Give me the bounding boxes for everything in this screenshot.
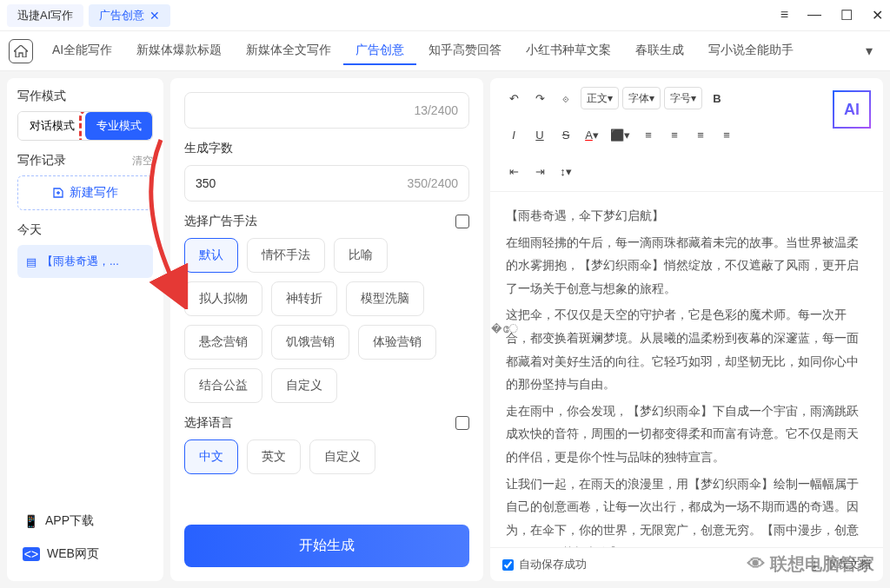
indent-right-icon[interactable]: ⇥ bbox=[528, 160, 551, 182]
menu-icon[interactable]: ≡ bbox=[780, 7, 788, 23]
language-tags: 中文英文自定义 bbox=[184, 439, 469, 474]
nav-item[interactable]: 春联生成 bbox=[623, 37, 696, 65]
language-tag[interactable]: 自定义 bbox=[309, 439, 375, 474]
technique-tag[interactable]: 拟人拟物 bbox=[184, 281, 262, 316]
window-controls: ≡ — ☐ ✕ bbox=[780, 7, 883, 23]
web-link[interactable]: <> WEB网页 bbox=[17, 538, 153, 571]
align-right-icon[interactable]: ≡ bbox=[689, 123, 712, 146]
word-count-value: 350 bbox=[196, 176, 216, 190]
char-count: 13/2400 bbox=[414, 103, 458, 117]
nav-item[interactable]: 广告创意 bbox=[343, 37, 416, 65]
align-left-icon[interactable]: ≡ bbox=[637, 123, 660, 146]
nav-dropdown-icon[interactable]: ▾ bbox=[866, 43, 873, 59]
strike-icon[interactable]: S bbox=[555, 123, 577, 146]
font-color-icon[interactable]: A▾ bbox=[581, 123, 603, 146]
new-write-label: 新建写作 bbox=[70, 185, 118, 201]
history-item[interactable]: ▤ 【雨巷奇遇，... bbox=[17, 245, 153, 278]
align-center-icon[interactable]: ≡ bbox=[663, 123, 686, 146]
technique-tag[interactable]: 悬念营销 bbox=[184, 325, 262, 360]
highlight-icon[interactable]: ⬛▾ bbox=[607, 123, 634, 146]
topic-input[interactable]: 13/2400 bbox=[184, 92, 469, 129]
output-footer: 自动保存成功 ⭳ 下载文档 bbox=[490, 547, 883, 581]
generate-button[interactable]: 开始生成 bbox=[184, 525, 469, 567]
download-button[interactable]: ⭳ 下载文档 bbox=[809, 557, 871, 572]
ai-badge[interactable]: AI bbox=[833, 90, 871, 129]
italic-icon[interactable]: I bbox=[502, 123, 525, 146]
technique-tag[interactable]: 神转折 bbox=[271, 281, 337, 316]
nav-item[interactable]: 新媒体全文写作 bbox=[234, 37, 343, 65]
indent-left-icon[interactable]: ⇤ bbox=[502, 160, 525, 182]
active-tab[interactable]: 广告创意 ✕ bbox=[89, 4, 170, 27]
nav-item[interactable]: 写小说全能助手 bbox=[696, 37, 806, 65]
close-icon[interactable]: ✕ bbox=[872, 7, 883, 23]
download-label: 下载文档 bbox=[826, 557, 871, 572]
redo-icon[interactable]: ↷ bbox=[528, 87, 551, 109]
autosave-label: 自动保存成功 bbox=[519, 557, 587, 572]
font-dropdown[interactable]: 字体 ▾ bbox=[622, 87, 661, 109]
language-tag[interactable]: 中文 bbox=[184, 439, 238, 474]
phone-icon: 📱 bbox=[23, 513, 38, 529]
align-justify-icon[interactable]: ≡ bbox=[715, 123, 738, 146]
autosave-checkbox[interactable]: 自动保存成功 bbox=[502, 557, 587, 572]
content-area[interactable]: 【雨巷奇遇，伞下梦幻启航】在细雨轻拂的午后，每一滴雨珠都藏着未完的故事。当世界被… bbox=[490, 192, 883, 547]
mode-chat-button[interactable]: 对话模式 bbox=[18, 112, 85, 140]
web-label: WEB网页 bbox=[47, 546, 99, 562]
mode-pro-button[interactable]: 专业模式 bbox=[85, 112, 152, 140]
size-dropdown[interactable]: 字号 ▾ bbox=[664, 87, 702, 109]
bold-icon[interactable]: B bbox=[706, 87, 728, 109]
language-label-text: 选择语言 bbox=[184, 415, 233, 431]
technique-tag[interactable]: 情怀手法 bbox=[247, 238, 325, 273]
nav-item[interactable]: 新媒体爆款标题 bbox=[124, 37, 234, 65]
technique-tag[interactable]: 自定义 bbox=[271, 368, 337, 403]
format-paint-icon[interactable]: ⟐ bbox=[555, 87, 577, 109]
record-label: 写作记录 清空 bbox=[17, 153, 153, 168]
minimize-icon[interactable]: — bbox=[807, 7, 821, 23]
new-write-button[interactable]: 新建写作 bbox=[17, 175, 153, 210]
technique-tag[interactable]: 比喻 bbox=[334, 238, 388, 273]
word-count-max: 350/2400 bbox=[408, 176, 458, 190]
sidebar: 写作模式 对话模式 专业模式 写作记录 清空 新建写作 今天 ▤ 【雨巷奇遇，.… bbox=[7, 78, 163, 581]
technique-label-text: 选择广告手法 bbox=[184, 214, 257, 229]
record-label-text: 写作记录 bbox=[17, 153, 66, 168]
web-icon: <> bbox=[23, 547, 40, 561]
technique-tag[interactable]: 体验营销 bbox=[358, 325, 436, 360]
bottom-links: 📱 APP下载 <> WEB网页 bbox=[17, 505, 153, 571]
download-icon: ⭳ bbox=[809, 558, 820, 571]
language-label: 选择语言 bbox=[184, 415, 469, 431]
technique-tag[interactable]: 结合公益 bbox=[184, 368, 262, 403]
nav-item[interactable]: 小红书种草文案 bbox=[514, 37, 623, 65]
technique-tag[interactable]: 饥饿营销 bbox=[271, 325, 349, 360]
titlebar: 迅捷AI写作 广告创意 ✕ ≡ — ☐ ✕ bbox=[0, 0, 890, 31]
home-icon[interactable] bbox=[9, 39, 33, 63]
today-label: 今天 bbox=[17, 222, 153, 238]
output-panel: ↶ ↷ ⟐ 正文 ▾ 字体 ▾ 字号 ▾ B I U S A▾ ⬛▾ ≡ ≡ ≡… bbox=[490, 78, 883, 581]
autosave-input[interactable] bbox=[502, 559, 514, 571]
line-height-icon[interactable]: ↕▾ bbox=[555, 160, 577, 182]
mode-label: 写作模式 bbox=[17, 89, 153, 104]
app-download-link[interactable]: 📱 APP下载 bbox=[17, 505, 153, 538]
drag-handle-icon[interactable]: �േ bbox=[491, 321, 518, 336]
main-area: 写作模式 对话模式 专业模式 写作记录 清空 新建写作 今天 ▤ 【雨巷奇遇，.… bbox=[0, 71, 890, 588]
app-name-tab: 迅捷AI写作 bbox=[7, 4, 83, 27]
language-tag[interactable]: 英文 bbox=[247, 439, 301, 474]
technique-tag[interactable]: 模型洗脑 bbox=[346, 281, 424, 316]
paragraph-dropdown[interactable]: 正文 ▾ bbox=[581, 87, 619, 109]
nav-item[interactable]: 知乎高赞回答 bbox=[416, 37, 514, 65]
word-count-input[interactable]: 350 350/2400 bbox=[184, 165, 469, 202]
doc-icon: ▤ bbox=[26, 255, 37, 268]
underline-icon[interactable]: U bbox=[528, 123, 551, 146]
history-item-label: 【雨巷奇遇，... bbox=[42, 254, 119, 269]
nav-items: AI全能写作新媒体爆款标题新媒体全文写作广告创意知乎高赞回答小红书种草文案春联生… bbox=[40, 37, 859, 65]
close-tab-icon[interactable]: ✕ bbox=[149, 9, 160, 23]
editor-toolbar: ↶ ↷ ⟐ 正文 ▾ 字体 ▾ 字号 ▾ B I U S A▾ ⬛▾ ≡ ≡ ≡… bbox=[490, 78, 883, 192]
undo-icon[interactable]: ↶ bbox=[502, 87, 525, 109]
word-count-label: 生成字数 bbox=[184, 141, 469, 156]
maximize-icon[interactable]: ☐ bbox=[840, 7, 853, 23]
technique-tag[interactable]: 默认 bbox=[184, 238, 238, 273]
edit-icon[interactable] bbox=[455, 215, 469, 228]
clear-button[interactable]: 清空 bbox=[132, 154, 153, 168]
nav-item[interactable]: AI全能写作 bbox=[40, 37, 124, 65]
tab-label: 广告创意 bbox=[99, 8, 144, 23]
edit-icon[interactable] bbox=[455, 416, 469, 430]
technique-label: 选择广告手法 bbox=[184, 214, 469, 229]
